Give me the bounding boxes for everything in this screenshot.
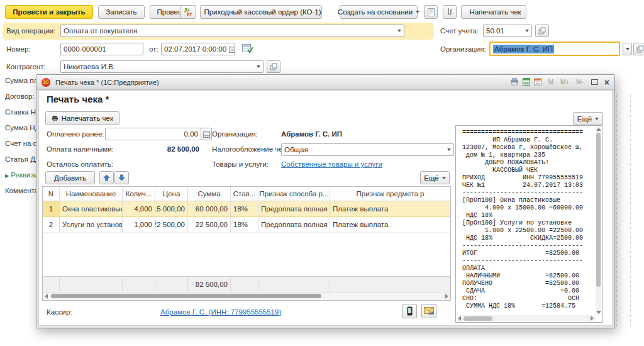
table-row[interactable]: 2 Услуги по установке 1,000 22 500,00 22… [43, 217, 450, 233]
remains-label: Осталось оплатить: [47, 160, 113, 168]
calculator-button[interactable] [523, 78, 530, 87]
chevron-down-icon [447, 148, 451, 151]
scroll-down-icon[interactable] [596, 311, 601, 314]
print-cash-order-button[interactable]: Приходный кассовый ордер (КО-1) [200, 5, 322, 19]
receipt-horizontal-scrollbar[interactable] [457, 315, 595, 321]
create-based-on-button[interactable]: Создать на основании [340, 5, 418, 19]
paid-earlier-input[interactable]: 0,00 [105, 128, 201, 140]
requisites-group-toggle[interactable]: ▶ Реквизи [5, 171, 36, 179]
registration-journal-button[interactable] [242, 44, 253, 55]
chevron-right-icon: ▶ [5, 173, 9, 179]
total-sum: 82 500,00 [188, 276, 231, 292]
scrollbar-thumb[interactable] [51, 294, 321, 298]
calendar-picker-button[interactable] [226, 46, 235, 53]
receipt-vertical-scrollbar[interactable] [596, 126, 601, 315]
table-horizontal-scrollbar[interactable] [43, 292, 450, 300]
invoice-label: Счет на опл [5, 140, 36, 147]
cash-payment-label: Оплата наличными: [47, 145, 114, 153]
account-open-button[interactable] [535, 25, 549, 37]
post-and-close-button[interactable]: Провести и закрыть [5, 5, 93, 19]
dropdown-button[interactable] [395, 30, 401, 32]
table-header-row: N Наименование Колич... Цена Сумма Став.… [43, 187, 450, 201]
mobile-icon [407, 306, 413, 316]
table-empty-area [43, 233, 450, 276]
move-row-up-button[interactable] [99, 171, 114, 184]
chevron-down-icon [525, 30, 529, 32]
paid-earlier-value: 0,00 [184, 130, 198, 138]
chevron-down-icon [397, 30, 401, 32]
organization-label: Организация: [440, 45, 486, 53]
arrow-up-icon [103, 174, 110, 181]
chevron-down-icon [257, 65, 260, 68]
col-header-sum: Сумма [188, 187, 231, 201]
receipt-text: ================================ ИП Абра… [456, 126, 602, 310]
receipt-preview: ================================ ИП Абра… [455, 125, 602, 323]
table-totals-row: 82 500,00 [43, 276, 450, 292]
send-email-button[interactable]: @ [421, 304, 436, 318]
more-button-table[interactable]: Ещё [420, 171, 450, 184]
scrollbar-thumb[interactable] [596, 133, 601, 287]
report-structure-button[interactable] [424, 5, 438, 19]
show-postings-button[interactable]: ДтКт [180, 5, 196, 19]
organization-input[interactable]: Абрамов Г. С. ИП [489, 42, 620, 56]
send-to-device-button[interactable] [402, 304, 417, 318]
create-based-on-label: Создать на основании [338, 8, 413, 16]
paid-earlier-calc-button[interactable] [201, 128, 212, 140]
paperclip-icon [447, 8, 452, 16]
document-icon [428, 8, 435, 16]
write-button[interactable]: Записать [98, 5, 145, 19]
contractor-select[interactable]: Никитаева И.В. [60, 60, 264, 73]
chevron-down-icon [626, 48, 630, 50]
scroll-right-icon[interactable] [445, 294, 448, 299]
contractor-label: Контрагент: [6, 63, 46, 70]
scroll-right-icon[interactable] [591, 316, 594, 321]
cash-register-icon [52, 114, 58, 122]
print-preview-button[interactable] [510, 78, 519, 87]
dialog-title: Печать чека * (1С:Предприятие) [55, 79, 159, 86]
scroll-left-icon[interactable] [458, 316, 461, 321]
taxation-select[interactable]: Общая [281, 143, 454, 156]
account-value: 50.01 [486, 27, 504, 35]
printer-icon [510, 78, 519, 86]
print-check-label: Напечатать чек [62, 114, 113, 122]
move-row-down-button[interactable] [114, 171, 129, 184]
journal-icon [242, 44, 253, 53]
maximize-icon[interactable] [591, 79, 598, 85]
dropdown-button[interactable] [445, 148, 451, 151]
1c-logo-icon: 1С [42, 78, 50, 87]
contractor-open-button[interactable] [267, 60, 280, 73]
print-check-toolbar-button[interactable]: Напечатать чек [461, 5, 526, 19]
payment-sum-label: Сумма пла [5, 77, 36, 84]
app-window: Провести и закрыть Записать Провести ДтК… [0, 0, 644, 346]
memory-mminus-button[interactable]: M- [576, 79, 584, 86]
attachments-button[interactable] [443, 5, 457, 19]
date-input[interactable]: 02.07.2017 0:00:00 [161, 43, 235, 55]
dropdown-button[interactable] [523, 30, 529, 32]
cashier-link[interactable]: Абрамов Г. С. (ИНН: 779955555519) [160, 308, 281, 316]
scroll-up-icon[interactable] [596, 128, 601, 131]
contractor-value: Никитаева И.В. [64, 63, 115, 70]
more-button-top[interactable]: Ещё [573, 112, 603, 125]
taxation-label: Налогообложение чека: [212, 145, 292, 153]
organization-dropdown-button[interactable] [623, 43, 632, 55]
scroll-left-icon[interactable] [45, 294, 48, 299]
print-check-dialog: 1С Печать чека * (1С:Предприятие) M M+ M… [36, 74, 615, 328]
number-input[interactable]: 0000-000001 [60, 43, 143, 55]
add-row-button[interactable]: Добавить [45, 171, 95, 184]
organization-open-button[interactable] [633, 43, 644, 55]
scrollbar-thumb[interactable] [464, 316, 492, 321]
dropdown-button[interactable] [254, 65, 260, 68]
account-select[interactable]: 50.01 [483, 25, 532, 37]
table-row[interactable]: 1 Окна пластиковые 4,000 15 000,00 60 00… [43, 201, 450, 217]
operation-select[interactable]: Оплата от покупателя [60, 25, 404, 37]
dialog-titlebar[interactable]: 1С Печать чека * (1С:Предприятие) M M+ M… [36, 75, 614, 90]
goods-services-link[interactable]: Собственные товары и услуги [281, 160, 382, 168]
dialog-org-value: Абрамов Г. С. ИП [281, 130, 342, 138]
close-icon[interactable]: × [604, 79, 609, 86]
items-table: N Наименование Колич... Цена Сумма Став.… [42, 186, 451, 301]
memory-mplus-button[interactable]: M+ [560, 79, 569, 86]
print-check-button[interactable]: Напечатать чек [45, 111, 119, 125]
memory-m-button[interactable]: M [548, 79, 553, 86]
calendar-button[interactable] [534, 78, 541, 87]
chevron-down-icon [442, 177, 446, 179]
